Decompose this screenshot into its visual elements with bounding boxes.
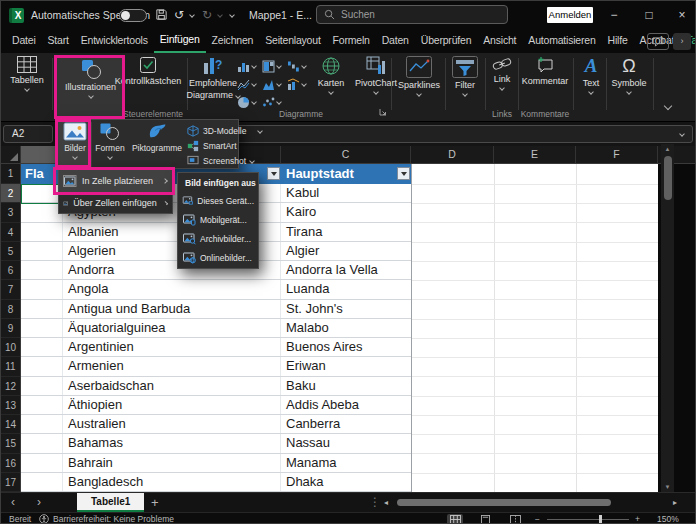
collapse-ribbon-icon[interactable] <box>664 102 672 110</box>
cell-country[interactable]: Bahrain <box>63 454 281 472</box>
cell-flag[interactable] <box>21 261 63 279</box>
vertical-scroll-thumb[interactable] <box>664 156 672 200</box>
cell-flag[interactable] <box>21 338 63 356</box>
cell-capital[interactable]: Kairo <box>281 203 411 221</box>
filter-dropdown-button[interactable] <box>267 167 280 180</box>
formen-menu-button[interactable]: Formen <box>93 122 127 168</box>
cell-capital[interactable]: Manama <box>281 454 411 472</box>
row-header-9[interactable]: 9 <box>1 319 20 338</box>
column-header-c[interactable]: C <box>281 146 411 163</box>
cell-capital[interactable]: Eriwan <box>281 357 411 375</box>
ribbon-options-button[interactable]: › <box>673 33 691 50</box>
maximize-button[interactable]: □ <box>634 1 664 29</box>
scroll-up-icon[interactable]: ▲ <box>661 146 674 152</box>
row-header-4[interactable]: 4 <box>1 223 20 242</box>
row-header-2[interactable]: 2 <box>1 184 20 203</box>
vertical-scrollbar[interactable]: ▲ ▼ <box>661 144 674 492</box>
cell-capital[interactable]: Canberra <box>281 415 411 433</box>
horizontal-scroll-thumb[interactable] <box>397 499 611 506</box>
zoom-out-button[interactable]: − <box>535 513 540 524</box>
cell-capital[interactable]: Buenos Aires <box>281 338 411 356</box>
signin-button[interactable]: Anmelden <box>547 7 593 23</box>
kontrollkaestchen-button[interactable]: Kontrollkästchen <box>115 56 181 86</box>
sheet-tab-tabelle1[interactable]: Tabelle1 <box>77 493 144 512</box>
tab-einfügen[interactable]: Einfügen <box>154 29 206 53</box>
cell-flag[interactable] <box>21 319 63 337</box>
excel-logo-icon[interactable]: X <box>9 8 24 23</box>
autosave-toggle[interactable] <box>119 9 147 22</box>
cell-flag[interactable] <box>21 203 63 221</box>
cell-capital[interactable]: Luanda <box>281 280 411 298</box>
row-header-16[interactable]: 16 <box>1 454 20 473</box>
tab-zeichnen[interactable]: Zeichnen <box>206 29 260 53</box>
filter-dropdown-button[interactable] <box>397 167 410 180</box>
smartart-menu-button[interactable]: SmartArt <box>187 138 237 153</box>
column-header-d[interactable]: D <box>411 146 494 163</box>
cell-capital[interactable]: Tirana <box>281 223 411 241</box>
zoom-slider[interactable] <box>547 519 629 520</box>
row-header-5[interactable]: 5 <box>1 242 20 261</box>
waterfall-chart-button[interactable] <box>287 57 312 75</box>
cell-country[interactable]: Äquatorialguinea <box>63 319 281 337</box>
zoom-level[interactable]: 150% <box>657 513 679 524</box>
save-icon[interactable] <box>155 8 168 21</box>
cell-flag[interactable] <box>21 434 63 452</box>
column-chart-button[interactable] <box>237 57 262 75</box>
cell-capital[interactable]: Baku <box>281 377 411 395</box>
row-header-12[interactable]: 12 <box>1 377 20 396</box>
row-header-14[interactable]: 14 <box>1 415 20 434</box>
cell-capital[interactable]: Malabo <box>281 319 411 337</box>
tab-hilfe[interactable]: Hilfe <box>602 29 634 53</box>
3d-modelle-menu-button[interactable]: 3D-Modelle <box>187 123 262 138</box>
cell-flag[interactable] <box>21 377 63 395</box>
cell-country[interactable]: Bahamas <box>63 434 281 452</box>
zoom-slider-thumb[interactable] <box>599 515 602 524</box>
scroll-left-button[interactable]: ◂ <box>384 493 388 512</box>
row-header-17[interactable]: 17 <box>1 473 20 492</box>
cell-country[interactable]: Aserbaidschan <box>63 377 281 395</box>
cell-flag[interactable] <box>21 473 63 491</box>
symbole-button[interactable]: Ω Symbole <box>609 56 649 94</box>
cell-flag[interactable] <box>21 396 63 414</box>
tab-datei[interactable]: Datei <box>6 29 42 53</box>
scroll-down-icon[interactable]: ▼ <box>661 484 674 490</box>
cell-country[interactable]: Äthiopien <box>63 396 281 414</box>
column-header-e[interactable]: E <box>494 146 576 163</box>
tab-seitenlayout[interactable]: Seitenlayout <box>259 29 326 53</box>
menu-item-dieses-gerät-[interactable]: Dieses Gerät... <box>178 191 258 210</box>
feedback-button[interactable] <box>647 33 669 50</box>
tab-start[interactable]: Start <box>42 29 75 53</box>
page-layout-view-button[interactable] <box>477 514 493 524</box>
cell-country[interactable]: Angola <box>63 280 281 298</box>
splitter-icon[interactable]: ⋮ <box>369 493 381 512</box>
menu-item-archivbilder-[interactable]: Archivbilder... <box>178 229 258 248</box>
add-sheet-button[interactable]: + <box>151 493 159 512</box>
scroll-right-button[interactable]: ▸ <box>673 493 677 512</box>
filter-button[interactable]: Filter <box>449 56 481 96</box>
link-button[interactable]: Link <box>489 56 515 90</box>
cell-flag[interactable] <box>21 357 63 375</box>
row-header-7[interactable]: 7 <box>1 280 20 299</box>
undo-chevron-icon[interactable] <box>189 12 195 18</box>
row-header-3[interactable]: 3 <box>1 203 20 222</box>
cell-flag[interactable] <box>21 242 63 260</box>
cell-flag[interactable] <box>21 454 63 472</box>
piktogramme-menu-button[interactable]: Piktogramme <box>128 122 186 168</box>
cell-capital[interactable]: Algier <box>281 242 411 260</box>
tab-entwicklertools[interactable]: Entwicklertools <box>75 29 154 53</box>
page-break-view-button[interactable] <box>507 514 523 524</box>
row-header-11[interactable]: 11 <box>1 357 20 376</box>
cell-flag[interactable] <box>21 300 63 318</box>
tab-überprüfen[interactable]: Überprüfen <box>415 29 478 53</box>
cell-flag[interactable] <box>21 415 63 433</box>
next-sheet-button[interactable]: › <box>37 493 41 512</box>
cell-capital[interactable]: Addis Abeba <box>281 396 411 414</box>
cell-country[interactable]: Antigua und Barbuda <box>63 300 281 318</box>
menu-item--ber-zellen-einf-gen[interactable]: Über Zellen einfügen <box>59 192 172 214</box>
row-header-1[interactable]: 1 <box>1 164 20 184</box>
undo-icon[interactable]: ↺ <box>174 1 184 29</box>
text-button[interactable]: A Text <box>577 56 605 94</box>
zoom-in-button[interactable]: + <box>635 513 640 524</box>
cell-capital[interactable]: Andorra la Vella <box>281 261 411 279</box>
line-chart-button[interactable] <box>237 75 262 93</box>
